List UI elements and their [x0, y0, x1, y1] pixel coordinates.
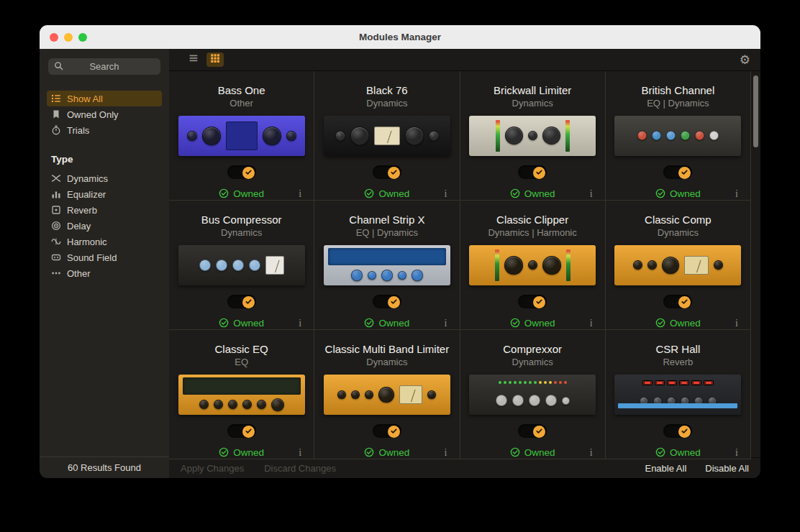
module-enable-toggle[interactable]: [518, 424, 547, 438]
sidebar-item-equalizer[interactable]: Equalizer: [47, 186, 162, 202]
sidebar-item-label: Show All: [67, 93, 103, 104]
module-enable-toggle[interactable]: [227, 165, 256, 179]
owned-label: Owned: [524, 188, 555, 199]
module-card-brickwall-limiter: Brickwall LimiterDynamicsOwnedi: [460, 71, 606, 201]
module-image: [469, 116, 596, 156]
module-info-button[interactable]: i: [445, 318, 447, 329]
owned-check-icon: [219, 447, 229, 457]
module-enable-toggle[interactable]: [373, 165, 401, 179]
module-card-channel-strip-x: Channel Strip XEQ | DynamicsOwnedi: [314, 201, 460, 330]
owned-badge: Owned: [606, 318, 750, 329]
search-input[interactable]: [48, 58, 160, 75]
owned-check-icon: [510, 447, 520, 457]
owned-label: Owned: [670, 447, 701, 458]
module-enable-toggle[interactable]: [227, 424, 256, 438]
module-info-button[interactable]: i: [299, 447, 301, 459]
footer-bar: Apply Changes Discard Changes Enable All…: [169, 457, 760, 478]
sidebar-item-dynamics[interactable]: Dynamics: [47, 170, 162, 186]
module-enable-toggle[interactable]: [663, 165, 692, 179]
sidebar-item-label: Trials: [67, 125, 89, 136]
owned-check-icon: [510, 188, 520, 198]
discard-changes-button[interactable]: Discard Changes: [264, 463, 336, 474]
sidebar-item-delay[interactable]: Delay: [47, 218, 162, 234]
toggle-check-icon: [245, 425, 253, 438]
module-name: Classic Multi Band Limiter: [325, 342, 450, 356]
apply-changes-button[interactable]: Apply Changes: [181, 463, 244, 474]
owned-label: Owned: [233, 447, 264, 458]
module-category: Reverb: [663, 356, 693, 368]
toggle-check-icon: [681, 295, 688, 308]
module-card-british-channel: British ChannelEQ | DynamicsOwnedi: [606, 71, 751, 201]
module-enable-toggle[interactable]: [663, 295, 692, 308]
owned-badge: Owned: [460, 447, 605, 458]
module-enable-toggle[interactable]: [227, 295, 256, 308]
module-enable-toggle[interactable]: [663, 424, 692, 438]
module-category: Dynamics: [366, 97, 407, 109]
module-enable-toggle[interactable]: [373, 424, 401, 438]
sidebar-item-label: Equalizer: [67, 189, 106, 200]
sidebar-item-owned-only[interactable]: Owned Only: [47, 106, 162, 122]
owned-check-icon: [219, 318, 229, 328]
module-info-button[interactable]: i: [590, 318, 593, 329]
owned-badge: Owned: [169, 447, 314, 458]
toggle-check-icon: [245, 166, 253, 179]
owned-label: Owned: [378, 188, 409, 199]
sidebar-item-harmonic[interactable]: Harmonic: [47, 234, 162, 249]
sidebar-item-other[interactable]: Other: [47, 265, 162, 281]
owned-badge: Owned: [460, 188, 605, 199]
module-info-button[interactable]: i: [299, 188, 301, 200]
grid-view-button[interactable]: [206, 52, 224, 67]
module-category: Dynamics: [221, 226, 262, 239]
module-info-button[interactable]: i: [590, 447, 593, 459]
disable-all-button[interactable]: Disable All: [705, 463, 749, 474]
module-enable-toggle[interactable]: [373, 295, 401, 308]
sidebar-item-trials[interactable]: Trials: [47, 122, 162, 138]
sidebar-item-label: Harmonic: [67, 237, 107, 247]
type-list: DynamicsEqualizerReverbDelayHarmonicSoun…: [47, 170, 162, 281]
module-card-black-76: Black 76DynamicsOwnedi: [314, 71, 460, 201]
owned-label: Owned: [670, 318, 701, 329]
grid-view-icon: [210, 53, 220, 66]
module-image: [469, 375, 596, 415]
module-image: [178, 245, 305, 285]
module-info-button[interactable]: i: [445, 447, 447, 459]
module-enable-toggle[interactable]: [518, 165, 547, 179]
module-image: [614, 375, 741, 415]
module-info-button[interactable]: i: [445, 188, 447, 200]
delay-icon: [51, 221, 61, 231]
vertical-scrollbar[interactable]: [753, 75, 758, 147]
enable-all-button[interactable]: Enable All: [645, 463, 686, 474]
search-field[interactable]: [48, 58, 160, 75]
module-card-classic-eq: Classic EQEQOwnedi: [169, 330, 314, 459]
module-card-classic-multi-band-limiter: Classic Multi Band LimiterDynamicsOwnedi: [314, 330, 460, 459]
toggle-check-icon: [390, 166, 398, 179]
owned-badge: Owned: [606, 447, 750, 458]
module-name: Classic Clipper: [496, 213, 568, 226]
toggle-check-icon: [535, 425, 543, 438]
modules-grid: Bass OneOtherOwnediBlack 76DynamicsOwned…: [169, 71, 751, 457]
module-name: Classic EQ: [215, 342, 268, 356]
sidebar-item-show-all[interactable]: Show All: [47, 91, 162, 106]
module-image: [324, 116, 450, 156]
module-category: Dynamics: [366, 356, 407, 368]
module-info-button[interactable]: i: [735, 447, 738, 459]
list-view-button[interactable]: [185, 52, 202, 67]
sidebar-item-reverb[interactable]: Reverb: [47, 202, 162, 218]
module-name: CSR Hall: [656, 342, 701, 356]
owned-check-icon: [510, 318, 520, 328]
sidebar-item-sound-field[interactable]: Sound Field: [47, 249, 162, 265]
harmonic-icon: [51, 237, 61, 247]
settings-gear-button[interactable]: ⚙: [740, 54, 750, 66]
module-enable-toggle[interactable]: [518, 295, 547, 308]
filter-list: Show AllOwned OnlyTrials: [47, 91, 162, 138]
toggle-check-icon: [390, 295, 398, 308]
module-category: Dynamics: [512, 356, 553, 368]
sound-field-icon: [51, 252, 61, 262]
module-card-bass-one: Bass OneOtherOwnedi: [169, 71, 314, 201]
view-toolbar: ⚙: [169, 49, 760, 71]
module-info-button[interactable]: i: [299, 318, 301, 329]
module-info-button[interactable]: i: [590, 188, 593, 200]
module-info-button[interactable]: i: [735, 188, 738, 200]
module-info-button[interactable]: i: [735, 318, 738, 329]
module-name: Comprexxor: [503, 342, 562, 356]
